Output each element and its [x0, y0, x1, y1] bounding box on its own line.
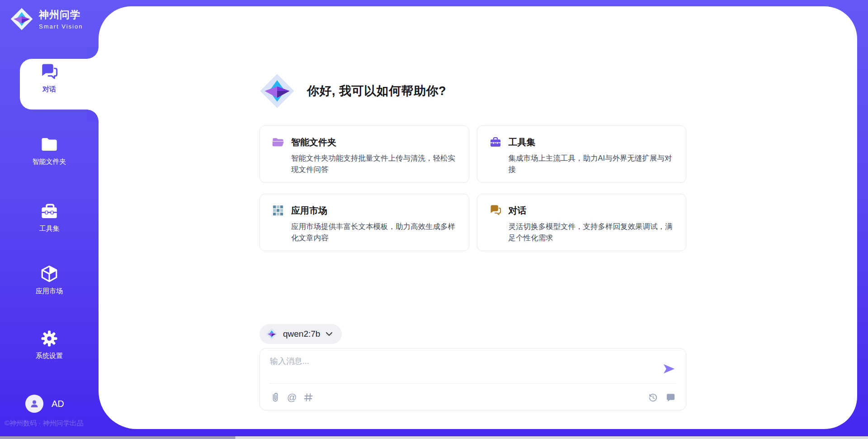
card-app-market[interactable]: 应用市场 应用市场提供丰富长文本模板，助力高效生成多样化文章内容: [259, 194, 469, 251]
toolbox-icon: [489, 136, 502, 148]
card-description: 集成市场上主流工具，助力AI与外界无缝扩展与对接: [509, 153, 675, 175]
greeting: 你好, 我可以如何帮助你?: [259, 73, 446, 109]
feedback-bubble-icon[interactable]: [665, 392, 676, 403]
sidebar-item-label: 智能文件夹: [33, 157, 66, 166]
card-title: 对话: [509, 205, 527, 217]
cube-icon: [40, 264, 59, 283]
sidebar: 神州问学 Smart Vision 对话 智能文件夹 工具集: [0, 0, 99, 436]
sidebar-item-tools[interactable]: 工具集: [0, 202, 99, 233]
card-chat[interactable]: 对话 灵活切换多模型文件，支持多样回复效果调试，满足个性化需求: [477, 194, 687, 251]
sidebar-item-chat[interactable]: 对话: [0, 62, 99, 94]
card-description: 智能文件夹功能支持批量文件上传与清洗，轻松实现文件问答: [291, 153, 457, 175]
card-title: 智能文件夹: [291, 136, 336, 148]
app-logo-icon: [259, 73, 295, 109]
sidebar-item-label: 系统设置: [36, 352, 63, 360]
person-icon: [29, 398, 40, 409]
sidebar-item-label: 工具集: [39, 224, 60, 233]
composer: @: [259, 348, 686, 410]
model-name: qwen2:7b: [283, 329, 320, 339]
card-description: 应用市场提供丰富长文本模板，助力高效生成多样化文章内容: [291, 221, 457, 243]
bottom-edge-strip: [0, 436, 868, 439]
greeting-text: 你好, 我可以如何帮助你?: [307, 83, 446, 99]
card-toolset[interactable]: 工具集 集成市场上主流工具，助力AI与外界无缝扩展与对接: [477, 125, 687, 183]
model-selector[interactable]: qwen2:7b: [259, 324, 342, 344]
feature-cards: 智能文件夹 智能文件夹功能支持批量文件上传与清洗，轻松实现文件问答 工具集 集成…: [259, 125, 686, 251]
sidebar-item-settings[interactable]: 系统设置: [0, 329, 99, 360]
brand: 神州问学 Smart Vision: [10, 7, 83, 31]
history-icon[interactable]: [648, 392, 658, 403]
card-smart-folder[interactable]: 智能文件夹 智能文件夹功能支持批量文件上传与清洗，轻松实现文件问答: [259, 125, 469, 183]
main-panel: 你好, 我可以如何帮助你? 智能文件夹 智能文件夹功能支持批量文件上传与清洗，轻…: [99, 6, 857, 429]
folder-icon: [40, 135, 59, 154]
user-name: AD: [52, 399, 64, 409]
copyright-text: ©神州数码 · 神州问学出品: [5, 419, 83, 428]
chat-icon: [40, 62, 59, 81]
message-input[interactable]: [270, 356, 641, 380]
gear-icon: [40, 329, 59, 348]
sidebar-item-apps[interactable]: 应用市场: [0, 264, 99, 296]
chevron-down-icon: [326, 332, 333, 336]
sidebar-item-label: 应用市场: [36, 287, 63, 296]
brand-logo-icon: [10, 7, 33, 31]
send-icon[interactable]: [662, 362, 676, 376]
mention-icon[interactable]: @: [287, 392, 297, 403]
sidebar-item-folders[interactable]: 智能文件夹: [0, 135, 99, 166]
model-logo-icon: [266, 328, 278, 340]
card-title: 工具集: [509, 136, 536, 148]
composer-toolbar-right: [648, 392, 676, 403]
toolbox-icon: [40, 202, 59, 221]
grid-icon: [272, 204, 284, 217]
composer-divider: [270, 383, 676, 384]
sidebar-item-label: 对话: [42, 85, 56, 94]
chat-icon: [489, 204, 502, 217]
card-description: 灵活切换多模型文件，支持多样回复效果调试，满足个性化需求: [509, 221, 675, 243]
folder-icon: [272, 136, 284, 148]
attachment-icon[interactable]: [270, 392, 281, 403]
brand-subtitle: Smart Vision: [39, 23, 83, 30]
card-title: 应用市场: [291, 205, 327, 217]
hashtag-icon[interactable]: [303, 392, 314, 403]
composer-toolbar: @: [270, 390, 676, 405]
user-account[interactable]: AD: [25, 395, 64, 413]
avatar: [25, 395, 43, 413]
brand-title: 神州问学: [39, 8, 83, 22]
